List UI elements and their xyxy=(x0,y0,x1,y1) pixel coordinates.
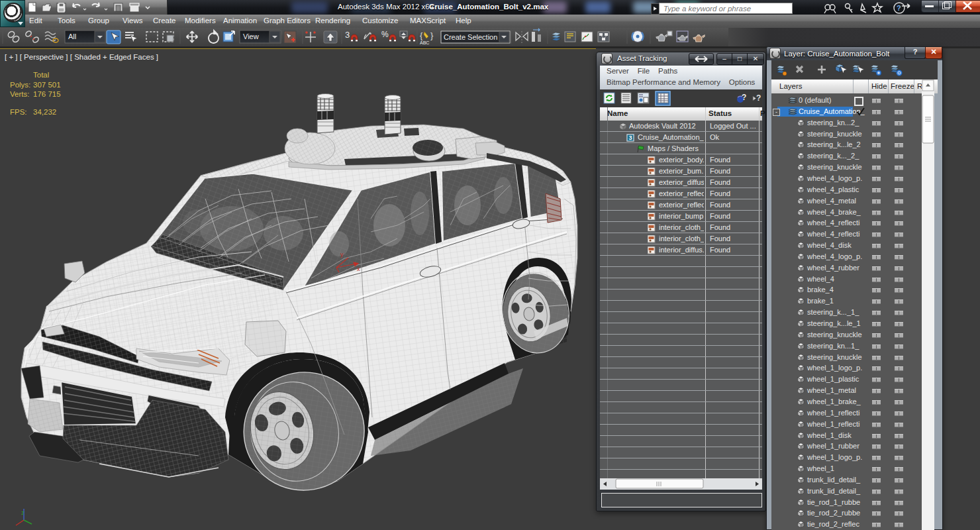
svg-text:3: 3 xyxy=(345,30,350,40)
svg-text:?: ? xyxy=(756,93,761,103)
svg-text:ABC: ABC xyxy=(420,40,429,45)
svg-text:}: } xyxy=(430,30,434,40)
svg-text:{: { xyxy=(420,30,423,40)
svg-text:View: View xyxy=(243,32,259,40)
svg-text:x: x xyxy=(357,266,360,272)
svg-text:z: z xyxy=(21,509,24,516)
svg-text:%: % xyxy=(381,30,389,39)
svg-text:All: All xyxy=(68,32,76,40)
svg-text:y: y xyxy=(340,251,344,258)
svg-text:?: ? xyxy=(897,4,901,12)
svg-text:Create Selection Se: Create Selection Se xyxy=(444,33,509,41)
svg-text:3: 3 xyxy=(628,134,632,141)
svg-text:?: ? xyxy=(742,93,746,102)
